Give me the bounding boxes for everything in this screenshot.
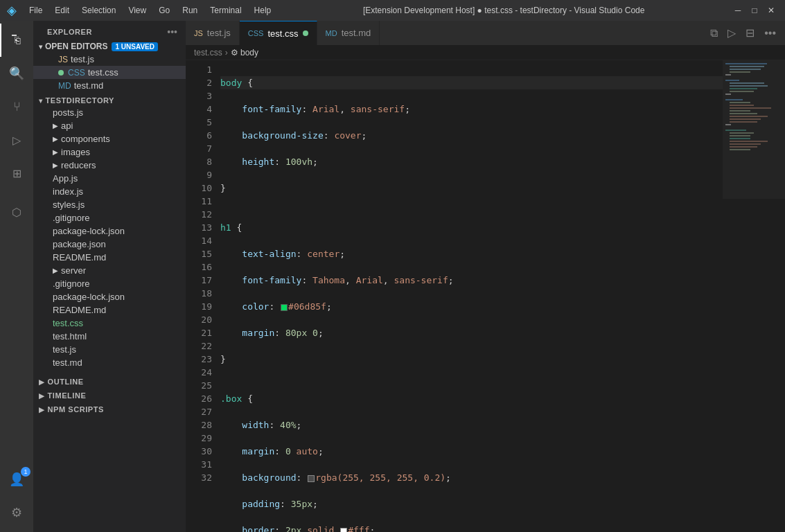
npm-scripts-section[interactable]: ▶ NPM SCRIPTS: [33, 402, 186, 416]
sidebar-title: EXPLORER: [47, 28, 92, 36]
tree-styles-js[interactable]: styles.js: [33, 198, 186, 211]
sidebar-content: ▾ OPEN EDITORS 1 UNSAVED JS test.js CSS …: [33, 40, 186, 532]
sidebar-header: EXPLORER •••: [33, 21, 186, 40]
open-editors-arrow: ▾: [39, 43, 42, 51]
tree-package-lock1[interactable]: package-lock.json: [33, 224, 186, 238]
menu-file[interactable]: File: [24, 4, 48, 17]
menu-selection[interactable]: Selection: [76, 4, 121, 17]
open-file-test-md[interactable]: MD test.md: [33, 79, 186, 92]
editor-area: JS test.js CSS test.css MD test.md ⧉ ▷ ⊟…: [186, 21, 785, 532]
activity-bar: ⎗ 🔍 ⑂ ▷ ⊞ ⬡ 👤 1 ⚙: [0, 21, 33, 532]
minimize-button[interactable]: ─: [731, 3, 745, 17]
menu-go[interactable]: Go: [153, 4, 175, 17]
menu-edit[interactable]: Edit: [49, 4, 75, 17]
extensions-activity-icon[interactable]: ⊞: [0, 157, 33, 190]
tree-test-css[interactable]: test.css: [33, 317, 186, 330]
window-title: [Extension Development Host] ● test.css …: [276, 6, 731, 15]
settings-activity-icon[interactable]: ⚙: [0, 496, 33, 529]
sidebar: EXPLORER ••• ▾ OPEN EDITORS 1 UNSAVED JS…: [33, 21, 186, 532]
tree-posts-js[interactable]: posts.js: [33, 106, 186, 119]
tree-package-lock2[interactable]: package-lock.json: [33, 290, 186, 303]
tree-server[interactable]: ▶server: [33, 264, 186, 277]
editor-content[interactable]: 12345 678910 1112131415 1617181920 21222…: [186, 60, 785, 532]
source-control-activity-icon[interactable]: ⑂: [0, 90, 33, 123]
breadcrumb: test.css › ⚙ body: [186, 45, 785, 60]
vscode-logo: ◈: [7, 3, 17, 18]
run-activity-icon[interactable]: ▷: [0, 123, 33, 157]
tree-index-js[interactable]: index.js: [33, 185, 186, 198]
title-bar: ◈ File Edit Selection View Go Run Termin…: [0, 0, 785, 21]
explorer-activity-icon[interactable]: ⎗: [0, 24, 33, 57]
menu-bar: File Edit Selection View Go Run Terminal…: [24, 4, 276, 17]
tab-test-md[interactable]: MD test.md: [317, 21, 380, 45]
unsaved-dot: [58, 70, 64, 76]
tree-api[interactable]: ▶api: [33, 119, 186, 132]
code-editor[interactable]: body { font-family: Arial, sans-serif; b…: [220, 60, 723, 532]
testdirectory-arrow: ▾: [39, 97, 43, 105]
accounts-activity-icon[interactable]: 👤 1: [0, 463, 33, 496]
tree-gitignore1[interactable]: .gitignore: [33, 211, 186, 224]
open-editors-section[interactable]: ▾ OPEN EDITORS 1 UNSAVED: [33, 40, 186, 53]
tree-gitignore2[interactable]: .gitignore: [33, 277, 186, 290]
tree-package-json[interactable]: package.json: [33, 238, 186, 251]
tree-reducers[interactable]: ▶reducers: [33, 159, 186, 172]
tab-test-js[interactable]: JS test.js: [186, 21, 240, 45]
tree-test-js2[interactable]: test.js: [33, 343, 186, 356]
testdirectory-section[interactable]: ▾ TESTDIRECTORY: [33, 95, 186, 106]
tree-images[interactable]: ▶images: [33, 145, 186, 159]
minimap: [723, 60, 785, 532]
search-activity-icon[interactable]: 🔍: [0, 57, 33, 90]
split-layout-button[interactable]: ⊟: [742, 24, 758, 42]
line-numbers: 12345 678910 1112131415 1617181920 21222…: [186, 60, 220, 532]
sidebar-menu-button[interactable]: •••: [167, 26, 177, 37]
split-editor-button[interactable]: ⧉: [707, 25, 721, 42]
tree-test-md[interactable]: test.md: [33, 356, 186, 369]
breadcrumb-file[interactable]: test.css: [194, 48, 222, 57]
menu-help[interactable]: Help: [249, 4, 277, 17]
testing-activity-icon[interactable]: ⬡: [0, 195, 33, 229]
svg-rect-32: [723, 60, 785, 199]
menu-terminal[interactable]: Terminal: [204, 4, 247, 17]
run-button[interactable]: ▷: [724, 24, 739, 42]
close-button[interactable]: ✕: [764, 3, 778, 17]
tree-app-js[interactable]: App.js: [33, 172, 186, 185]
timeline-section[interactable]: ▶ TIMELINE: [33, 389, 186, 402]
menu-run[interactable]: Run: [177, 4, 203, 17]
open-file-test-css[interactable]: CSS test.css: [33, 66, 186, 79]
tree-test-html[interactable]: test.html: [33, 330, 186, 343]
svg-text:⎗: ⎗: [15, 35, 21, 46]
tree-readme2[interactable]: README.md: [33, 303, 186, 317]
breadcrumb-selector[interactable]: ⚙ body: [231, 48, 258, 57]
tree-components[interactable]: ▶components: [33, 132, 186, 145]
open-editors-label: OPEN EDITORS: [45, 42, 107, 51]
more-actions-button[interactable]: •••: [761, 25, 779, 42]
outline-section[interactable]: ▶ OUTLINE: [33, 375, 186, 389]
maximize-button[interactable]: □: [748, 3, 761, 17]
open-editors-badge: 1 UNSAVED: [112, 42, 158, 51]
menu-view[interactable]: View: [123, 4, 152, 17]
tabs-bar: JS test.js CSS test.css MD test.md ⧉ ▷ ⊟…: [186, 21, 785, 45]
modified-dot: [303, 30, 308, 36]
tab-test-css[interactable]: CSS test.css: [240, 21, 317, 45]
testdirectory-label: TESTDIRECTORY: [46, 96, 114, 105]
tabs-toolbar: ⧉ ▷ ⊟ •••: [707, 21, 785, 45]
open-file-test-js[interactable]: JS test.js: [33, 53, 186, 66]
tree-readme1[interactable]: README.md: [33, 251, 186, 264]
window-controls: ─ □ ✕: [731, 3, 778, 17]
